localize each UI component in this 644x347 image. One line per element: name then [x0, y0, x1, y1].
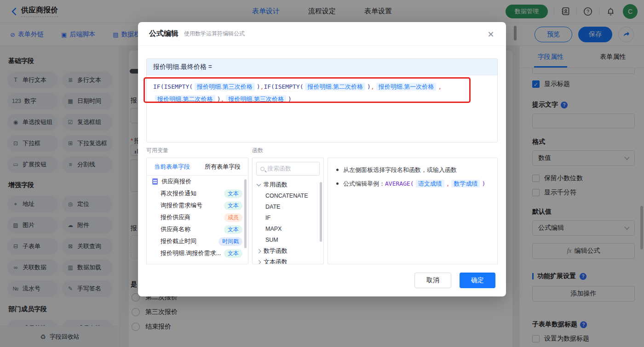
variable-field-row[interactable]: 供应商名称文本 [147, 223, 248, 235]
formula-edit-modal: 公式编辑 使用数学运算符编辑公式 ✕ 报价明细.最终价格 = IF(ISEMPT… [138, 22, 506, 296]
field-type-badge: 文本 [224, 225, 242, 234]
formula-editor: 报价明细.最终价格 = IF(ISEMPTY(报价明细.第三次价格),IF(IS… [146, 58, 498, 142]
function-search-input[interactable]: 搜索函数 [256, 162, 320, 176]
functions-scrollbar[interactable] [320, 182, 322, 242]
formula-code-token: ) [257, 83, 260, 90]
formula-code-token: , [371, 83, 374, 90]
variables-list: 供应商报价再次报价通知文本询报价需求编号文本报价供应商成员供应商名称文本报价截止… [147, 176, 248, 259]
variable-field-name: 报价供应商 [161, 213, 221, 222]
variables-tabs: 当前表单字段所有表单字段 [147, 158, 248, 176]
function-group[interactable]: 常用函数 [253, 179, 323, 190]
function-item[interactable]: IF [253, 212, 323, 223]
variable-root-name: 供应商报价 [161, 177, 242, 186]
example-function: AVERAGE( [385, 180, 414, 187]
variables-tab-1[interactable]: 当前表单字段 [147, 158, 197, 175]
variable-field-row[interactable]: 报价供应商成员 [147, 211, 248, 223]
chevron-right-icon [257, 260, 261, 264]
variable-field-name: 报价截止时间 [161, 237, 216, 245]
variable-field-row[interactable]: 报价明细.询报价需求...文本 [147, 247, 248, 259]
function-group[interactable]: 数学函数 [253, 245, 323, 256]
formula-line: 报价明细.第二次价格),报价明细.第三次价格) [153, 93, 491, 105]
formula-help-panel: 从左侧面板选择字段名和函数，或输入函数 公式编辑举例：AVERAGE(语文成绩,… [328, 158, 498, 264]
formula-field-chip: 报价明细.第二次价格 [155, 95, 215, 103]
formula-target-field: 报价明细.最终价格 = [147, 59, 497, 75]
chevron-right-icon [257, 249, 261, 253]
field-type-badge: 文本 [224, 201, 242, 210]
variable-field-row[interactable]: 再次报价通知文本 [147, 188, 248, 199]
formula-code-token: IF(ISEMPTY( [264, 83, 303, 90]
formula-field-chip: 报价明细.第三次价格 [195, 83, 255, 91]
variable-field-row[interactable]: 询报价需求编号文本 [147, 199, 248, 211]
formula-code-token: ) [367, 83, 371, 90]
field-type-badge: 成员 [224, 213, 242, 222]
variables-label: 可用变量 [146, 147, 168, 154]
variables-panel: 当前表单字段所有表单字段 供应商报价再次报价通知文本询报价需求编号文本报价供应商… [146, 158, 248, 264]
variable-field-name: 再次报价通知 [161, 189, 221, 198]
search-placeholder: 搜索函数 [267, 165, 291, 173]
close-icon[interactable]: ✕ [486, 29, 496, 40]
cancel-button[interactable]: 取消 [414, 273, 451, 288]
variable-field-name: 询报价需求编号 [161, 201, 221, 210]
search-icon [260, 167, 264, 171]
bullet-icon [336, 182, 339, 185]
variables-scrollbar[interactable] [244, 179, 247, 248]
variable-field-name: 供应商名称 [161, 225, 221, 233]
functions-panel: 搜索函数 常用函数CONCATENATEDATEIFMAPXSUM数学函数文本函… [252, 158, 324, 264]
function-group-name: 文本函数 [264, 258, 288, 264]
formula-field-chip: 报价明细.第三次价格 [226, 95, 286, 103]
variables-tab-2[interactable]: 所有表单字段 [197, 158, 248, 175]
formula-field-chip: 报价明细.第一次价格 [376, 83, 437, 91]
chevron-down-icon [257, 182, 261, 187]
modal-title: 公式编辑 [149, 29, 178, 39]
form-doc-icon [152, 178, 158, 185]
formula-code-token: , [438, 83, 442, 90]
formula-code-token: IF(ISEMPTY( [153, 83, 193, 90]
example-field-chip: 语文成绩 [416, 180, 444, 188]
formula-line: IF(ISEMPTY(报价明细.第三次价格),IF(ISEMPTY(报价明细.第… [153, 80, 491, 93]
formula-code-token: , [220, 96, 224, 102]
functions-label: 函数 [252, 147, 263, 154]
modal-header: 公式编辑 使用数学运算符编辑公式 [138, 22, 506, 46]
variable-field-name: 报价明细.询报价需求... [161, 249, 221, 257]
function-item[interactable]: DATE [253, 201, 323, 212]
function-group[interactable]: 文本函数 [253, 256, 323, 264]
formula-code-area[interactable]: IF(ISEMPTY(报价明细.第三次价格),IF(ISEMPTY(报价明细.第… [147, 75, 497, 142]
bullet-icon [336, 169, 339, 171]
field-type-badge: 文本 [224, 189, 242, 198]
function-item[interactable]: CONCATENATE [253, 190, 323, 201]
modal-footer: 取消 确定 [414, 273, 495, 288]
confirm-button[interactable]: 确定 [460, 273, 495, 288]
formula-field-chip: 报价明细.第二次价格 [305, 83, 365, 91]
example-field-chip: 数学成绩 [451, 180, 480, 188]
field-type-badge: 时间戳 [218, 237, 242, 246]
modal-subtitle: 使用数学运算符编辑公式 [184, 30, 245, 38]
function-item[interactable]: MAPX [253, 223, 323, 234]
variable-field-row[interactable]: 报价截止时间时间戳 [147, 235, 248, 247]
function-item[interactable]: SUM [253, 234, 323, 245]
formula-code-token: ) [288, 96, 292, 102]
field-type-badge: 文本 [224, 249, 242, 258]
help-tip-2: 公式编辑举例：AVERAGE(语文成绩,数学成绩) [336, 179, 489, 188]
functions-tree: 常用函数CONCATENATEDATEIFMAPXSUM数学函数文本函数 [253, 179, 323, 264]
function-group-name: 常用函数 [264, 181, 288, 189]
help-tip-1: 从左侧面板选择字段名和函数，或输入函数 [336, 165, 489, 175]
function-group-name: 数学函数 [264, 247, 288, 255]
variable-root-row[interactable]: 供应商报价 [147, 176, 248, 188]
